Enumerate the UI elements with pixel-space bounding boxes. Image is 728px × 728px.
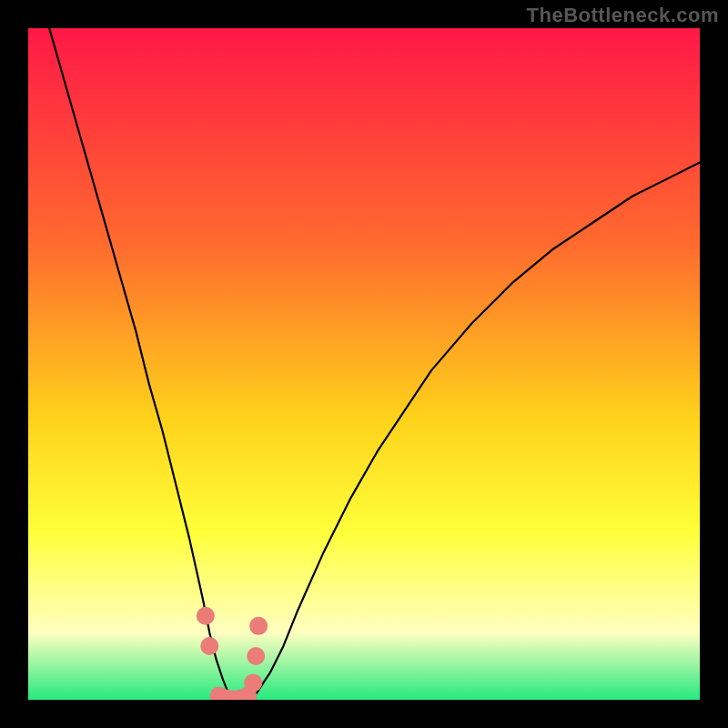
chart-svg: [0, 0, 728, 728]
marker-point: [244, 674, 262, 693]
frame-bottom: [0, 700, 728, 728]
frame-right: [700, 0, 728, 728]
marker-point: [247, 647, 265, 665]
marker-point: [197, 607, 215, 625]
marker-point: [249, 617, 268, 635]
frame-left: [0, 0, 28, 728]
marker-point: [200, 637, 218, 655]
chart-stage: { "watermark": "TheBottleneck.com", "col…: [0, 0, 728, 728]
gradient-background: [28, 28, 700, 700]
watermark-text: TheBottleneck.com: [527, 4, 719, 27]
